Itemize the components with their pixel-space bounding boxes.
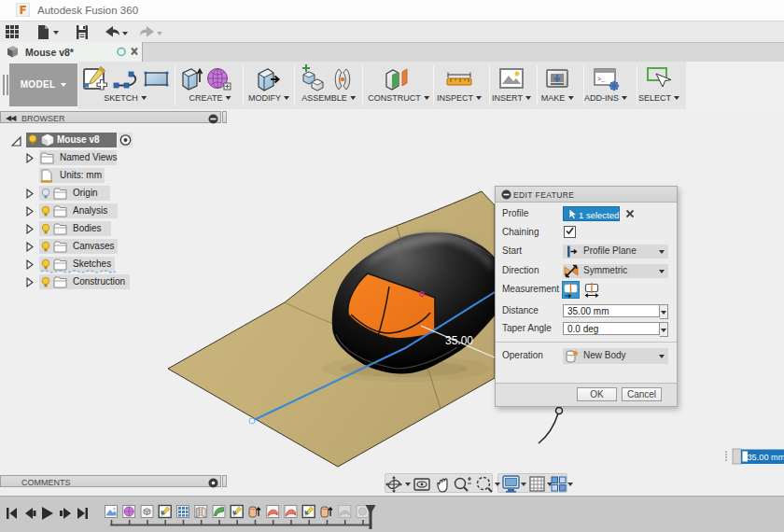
svg-text:35.00: 35.00 — [445, 334, 473, 347]
svg-text:35.00 mm: 35.00 mm — [748, 453, 784, 462]
svg-text:>_: >_ — [597, 76, 606, 83]
